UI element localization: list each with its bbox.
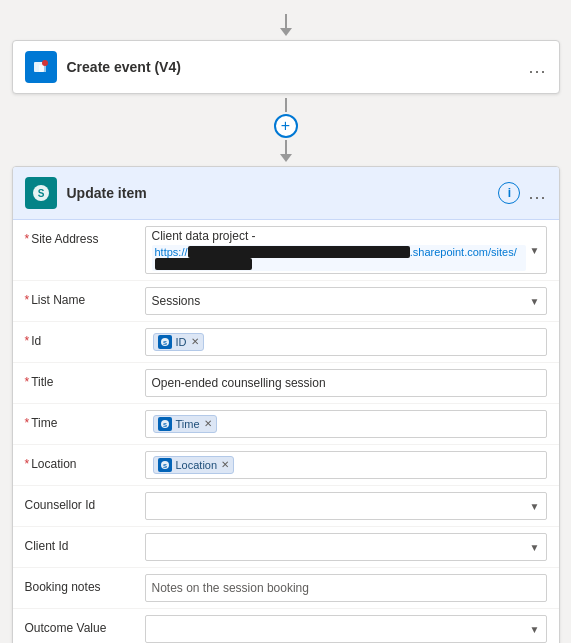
create-event-menu[interactable]: ... [528, 57, 546, 78]
time-label: Time [25, 410, 145, 432]
location-token-sp-icon: S [158, 458, 172, 472]
update-item-header: S Update item i ... [13, 167, 559, 220]
counsellor-id-chevron: ▼ [530, 501, 540, 512]
time-token-sp-icon: S [158, 417, 172, 431]
time-row: Time S Time ✕ [13, 404, 559, 445]
svg-text:S: S [162, 340, 166, 346]
list-name-row: List Name Sessions ▼ [13, 281, 559, 322]
booking-notes-field[interactable]: Notes on the session booking [145, 574, 547, 602]
id-label: Id [25, 328, 145, 350]
svg-text:S: S [162, 422, 166, 428]
time-token-text: Time [176, 418, 200, 430]
info-button[interactable]: i [498, 182, 520, 204]
location-token-close[interactable]: ✕ [221, 460, 229, 470]
middle-connector: + [274, 98, 298, 162]
title-label: Title [25, 369, 145, 391]
title-value: Open-ended counselling session [152, 376, 326, 390]
update-item-menu[interactable]: ... [528, 183, 546, 204]
id-token-close[interactable]: ✕ [191, 337, 199, 347]
top-connector [280, 14, 292, 36]
update-item-body: Site Address Client data project - https… [13, 220, 559, 643]
id-field[interactable]: S ID ✕ [145, 328, 547, 356]
create-event-card: Create event (V4) ... [12, 40, 560, 94]
list-name-chevron: ▼ [530, 296, 540, 307]
site-address-chevron: ▼ [530, 245, 540, 256]
list-name-value: Sessions [152, 294, 201, 308]
sharepoint-header-icon: S [25, 177, 57, 209]
site-address-label: Site Address [25, 226, 145, 248]
svg-text:S: S [162, 463, 166, 469]
booking-notes-label: Booking notes [25, 574, 145, 596]
location-token-text: Location [176, 459, 218, 471]
svg-text:S: S [37, 188, 44, 199]
location-label: Location [25, 451, 145, 473]
update-item-actions: i ... [498, 182, 546, 204]
client-id-field[interactable]: ▼ [145, 533, 547, 561]
client-id-label: Client Id [25, 533, 145, 555]
outcome-value-label: Outcome Value [25, 615, 145, 637]
location-token: S Location ✕ [153, 456, 235, 474]
outcome-value-chevron: ▼ [530, 624, 540, 635]
counsellor-id-row: Counsellor Id ▼ [13, 486, 559, 527]
client-id-chevron: ▼ [530, 542, 540, 553]
site-address-text: Client data project - [152, 229, 526, 243]
update-item-title: Update item [67, 185, 489, 201]
client-id-row: Client Id ▼ [13, 527, 559, 568]
booking-notes-value: Notes on the session booking [152, 581, 309, 595]
title-row: Title Open-ended counselling session [13, 363, 559, 404]
time-token-close[interactable]: ✕ [204, 419, 212, 429]
outcome-value-field[interactable]: ▼ [145, 615, 547, 643]
site-address-row: Site Address Client data project - https… [13, 220, 559, 281]
outlook-icon [25, 51, 57, 83]
location-row: Location S Location ✕ [13, 445, 559, 486]
create-event-title: Create event (V4) [67, 59, 519, 75]
booking-notes-row: Booking notes Notes on the session booki… [13, 568, 559, 609]
site-address-url: https://████████████████████████████.sha… [152, 245, 526, 271]
location-field[interactable]: S Location ✕ [145, 451, 547, 479]
counsellor-id-label: Counsellor Id [25, 492, 145, 514]
add-step-button[interactable]: + [274, 114, 298, 138]
id-token: S ID ✕ [153, 333, 204, 351]
time-field[interactable]: S Time ✕ [145, 410, 547, 438]
outcome-value-row: Outcome Value ▼ [13, 609, 559, 643]
counsellor-id-field[interactable]: ▼ [145, 492, 547, 520]
id-token-sp-icon: S [158, 335, 172, 349]
time-token: S Time ✕ [153, 415, 217, 433]
id-token-text: ID [176, 336, 187, 348]
svg-point-1 [42, 60, 48, 66]
list-name-field[interactable]: Sessions ▼ [145, 287, 547, 315]
id-row: Id S ID ✕ [13, 322, 559, 363]
title-field[interactable]: Open-ended counselling session [145, 369, 547, 397]
site-address-field[interactable]: Client data project - https://██████████… [145, 226, 547, 274]
update-item-card: S Update item i ... Site Address Client … [12, 166, 560, 643]
list-name-label: List Name [25, 287, 145, 309]
